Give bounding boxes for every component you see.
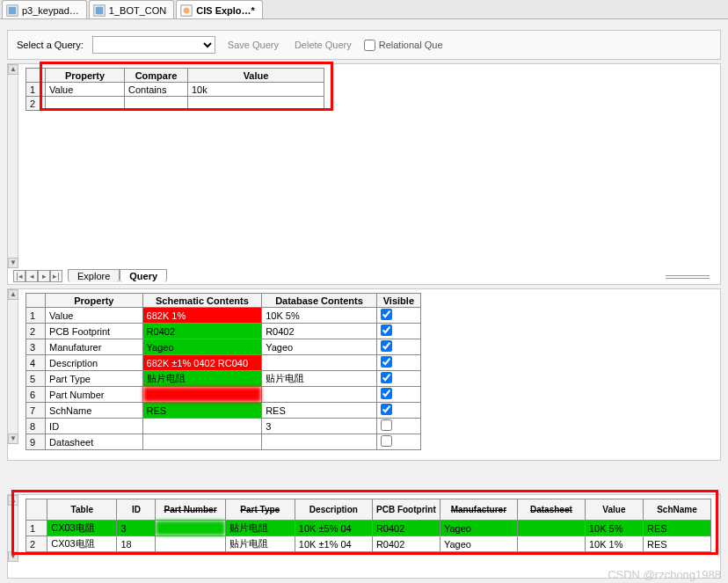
visible-cell[interactable] xyxy=(376,355,420,371)
nav-prev-icon[interactable]: ◂ xyxy=(25,270,38,282)
table-row[interactable]: 1CX03电阻3贴片电阻10K ±5% 04R0402Yageo10K 5%RE… xyxy=(26,521,711,536)
table-row[interactable]: 6Part Number xyxy=(26,387,421,403)
visible-cell[interactable] xyxy=(376,371,420,387)
resize-handle-icon[interactable] xyxy=(666,275,710,279)
tab-query[interactable]: Query xyxy=(120,269,167,282)
scroll-up-icon[interactable]: ▲ xyxy=(8,289,18,300)
query-panel: ▲ ▼ PropertyCompareValue1ValueContains10… xyxy=(7,63,721,285)
visible-cell[interactable] xyxy=(376,419,420,434)
property-cell[interactable] xyxy=(46,97,125,111)
database-cell: Yageo xyxy=(262,339,377,355)
value-cell[interactable]: 10k xyxy=(188,83,324,97)
file-tab-keypad[interactable]: p3_keypad… xyxy=(2,0,87,18)
property-cell: Part Type xyxy=(46,371,142,387)
scroll-down-icon[interactable]: ▼ xyxy=(8,434,18,444)
query-results-table[interactable]: TableIDPart NumberPart TypeDescriptionPC… xyxy=(25,499,711,552)
table-row[interactable]: 8ID3 xyxy=(26,419,421,434)
relational-query-toggle[interactable]: Relational Que xyxy=(364,40,443,51)
nav-next-icon[interactable]: ▸ xyxy=(38,270,50,282)
relational-query-label: Relational Que xyxy=(379,40,443,50)
table-row[interactable]: 1Value682K 1%10K 5% xyxy=(26,308,421,324)
visible-cell[interactable] xyxy=(376,324,420,339)
table-row[interactable]: 3ManufaturerYageoYageo xyxy=(26,339,421,355)
tab-label: p3_keypad… xyxy=(22,5,79,16)
database-cell: 贴片电阻 xyxy=(262,371,377,387)
visible-checkbox[interactable] xyxy=(381,372,392,383)
save-query-button[interactable]: Save Query xyxy=(224,38,282,52)
column-header xyxy=(26,69,46,83)
compare-cell[interactable] xyxy=(125,97,188,111)
column-header: Manufacturer xyxy=(440,499,517,521)
visible-cell[interactable] xyxy=(376,387,420,403)
row-number: 4 xyxy=(26,355,46,371)
nav-first-icon[interactable]: |◂ xyxy=(13,270,25,282)
delete-query-button[interactable]: Delete Query xyxy=(291,38,355,52)
table-row[interactable]: 9Datasheet xyxy=(26,434,421,450)
scroll-up-icon[interactable]: ▲ xyxy=(8,64,18,75)
scroll-up-icon[interactable]: ▲ xyxy=(8,495,18,506)
property-cell[interactable]: Value xyxy=(46,83,125,97)
svg-rect-3 xyxy=(95,7,103,15)
tab-explore[interactable]: Explore xyxy=(68,269,120,282)
table-row[interactable]: 2PCB FootprintR0402R0402 xyxy=(26,324,421,339)
column-header: Datasheet xyxy=(517,499,585,521)
file-tab-botcon[interactable]: 1_BOT_CON xyxy=(89,0,174,18)
table-row[interactable]: 5Part Type贴片电阻贴片电阻 xyxy=(26,371,421,387)
column-header: Schematic Contents xyxy=(142,294,262,308)
tab-label: 1_BOT_CON xyxy=(109,5,166,16)
compare-cell[interactable]: Contains xyxy=(125,83,188,97)
nav-last-icon[interactable]: ▸| xyxy=(50,270,62,282)
table-row[interactable]: 7SchNameRESRES xyxy=(26,403,421,419)
value-cell[interactable] xyxy=(188,97,324,111)
row-number: 1 xyxy=(26,521,47,536)
visible-checkbox[interactable] xyxy=(381,356,392,368)
visible-cell[interactable] xyxy=(376,308,420,324)
database-cell xyxy=(262,355,377,371)
query-criteria-table[interactable]: PropertyCompareValue1ValueContains10k2 xyxy=(25,68,324,111)
column-header: Value xyxy=(585,499,643,521)
visible-cell[interactable] xyxy=(376,339,420,355)
file-tab-cis-explorer[interactable]: CIS Explo…* xyxy=(176,0,263,18)
table-row[interactable]: 1ValueContains10k xyxy=(26,83,324,97)
property-cell: Datasheet xyxy=(46,434,142,450)
database-cell xyxy=(262,387,377,403)
table-cell: CX03电阻 xyxy=(47,521,117,536)
value-cell: 10K 5% xyxy=(585,521,643,536)
visible-checkbox[interactable] xyxy=(381,324,392,336)
table-row[interactable]: 2 xyxy=(26,97,324,111)
visible-cell[interactable] xyxy=(376,403,420,419)
results-panel: ▲ ▼ TableIDPart NumberPart TypeDescripti… xyxy=(7,494,721,579)
table-row[interactable]: 2CX03电阻18贴片电阻10K ±1% 04R0402Yageo10K 1%R… xyxy=(26,536,711,552)
column-header: Value xyxy=(188,69,324,83)
column-header xyxy=(26,499,47,521)
schematic-icon xyxy=(93,4,106,17)
column-header: Database Contents xyxy=(262,294,377,308)
vertical-scrollbar[interactable]: ▲ ▼ xyxy=(8,495,18,562)
column-header: Table xyxy=(47,499,117,521)
svg-rect-1 xyxy=(9,7,17,15)
visible-checkbox[interactable] xyxy=(381,435,392,447)
visible-checkbox[interactable] xyxy=(381,388,392,399)
visible-cell[interactable] xyxy=(376,434,420,450)
visible-checkbox[interactable] xyxy=(381,419,392,431)
file-tab-bar: p3_keypad… 1_BOT_CON CIS Explo…* xyxy=(0,0,728,19)
part-type-cell: 贴片电阻 xyxy=(225,521,295,536)
scroll-down-icon[interactable]: ▼ xyxy=(8,551,18,562)
visible-checkbox[interactable] xyxy=(381,309,392,320)
part-type-cell: 贴片电阻 xyxy=(225,536,295,552)
schematic-cell xyxy=(142,387,262,403)
vertical-scrollbar[interactable]: ▲ ▼ xyxy=(8,289,18,444)
datasheet-cell xyxy=(517,536,585,552)
property-cell: Description xyxy=(46,355,142,371)
scroll-down-icon[interactable]: ▼ xyxy=(8,258,18,268)
description-cell: 10K ±1% 04 xyxy=(295,536,372,552)
vertical-scrollbar[interactable]: ▲ ▼ xyxy=(8,64,18,268)
property-compare-table[interactable]: PropertySchematic ContentsDatabase Conte… xyxy=(25,293,421,450)
tab-label: CIS Explo…* xyxy=(196,5,255,16)
query-select[interactable] xyxy=(92,36,215,54)
visible-checkbox[interactable] xyxy=(381,404,392,415)
table-row[interactable]: 4Description682K ±1% 0402 RC040 xyxy=(26,355,421,371)
visible-checkbox[interactable] xyxy=(381,340,392,352)
relational-query-checkbox[interactable] xyxy=(364,40,375,51)
property-cell: SchName xyxy=(46,403,142,419)
